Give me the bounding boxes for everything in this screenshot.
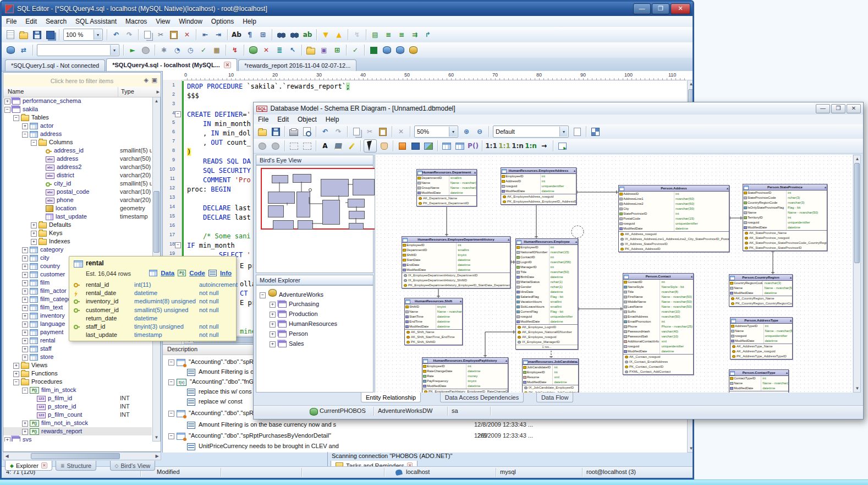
description-row[interactable]: −f(x)"Accounting"."dbo"."fnG [168, 377, 254, 386]
fold-toggle-icon[interactable]: − [175, 111, 181, 117]
tb2-connection-select-dropdown-icon[interactable]: ▾ [110, 45, 118, 55]
er-table-header[interactable]: HumanResources.Shift▴ [405, 298, 462, 304]
er-tb2-rel-one-to-many-opt-button[interactable]: 1:n [525, 140, 537, 152]
model-tree-item-Sales[interactable]: +Sales [260, 339, 373, 348]
code-line[interactable]: COMMENT 'Pro [187, 176, 251, 185]
tree-item-Procedures[interactable]: −Procedures [3, 378, 152, 386]
er-close-button[interactable]: ✕ [847, 104, 861, 113]
er-tb1-paste-button[interactable] [377, 126, 389, 138]
collapse-icon[interactable]: ▴ [790, 318, 792, 323]
document-tab[interactable]: *SQLQuery1.sql - Not connected [5, 59, 105, 71]
tb1-new-file-button[interactable] [4, 29, 17, 41]
tb1-indent-sql-button[interactable]: ⇉ [409, 29, 421, 41]
tb1-find-in-files-button[interactable] [288, 29, 300, 41]
tb1-show-paragraph-button[interactable]: ¶ [244, 29, 256, 41]
er-tb2-line-color-button[interactable] [345, 140, 358, 152]
er-tb1-copy-button[interactable] [350, 126, 362, 138]
model-tree-item-HumanResources[interactable]: +HumanResources [260, 319, 373, 329]
fold-toggle-icon[interactable]: − [175, 242, 181, 248]
tab-close-icon[interactable]: ✕ [224, 62, 232, 68]
tb2-execute-button[interactable]: ► [127, 44, 139, 56]
er-table-header[interactable]: HumanResources.EmployeeDepartmentHistory… [402, 237, 510, 243]
code-line[interactable]: proc: BEGIN [187, 185, 230, 194]
code-line[interactable]: , IN min_dol [187, 129, 251, 138]
er-tb1-style-select-dropdown-icon[interactable]: ▾ [559, 127, 568, 137]
tb1-filter-id-button[interactable]: ▼ [320, 29, 332, 41]
tree-item-district[interactable]: abcdistrictvarchar(20) [3, 171, 152, 179]
tree-item-performance_schema[interactable]: +performance_schema [3, 97, 152, 105]
tree-expander-icon[interactable]: − [260, 292, 266, 298]
tree-item-film_in_stock[interactable]: −P()film_in_stock [3, 386, 152, 394]
model-tree-item-Purchasing[interactable]: +Purchasing [260, 299, 373, 309]
er-table-HumanResources-Employee[interactable]: HumanResources.Employee▴EmployeeIDintNat… [515, 238, 578, 350]
collapse-icon[interactable]: ▴ [576, 359, 578, 364]
er-table-header[interactable]: Person.AddressType▴ [730, 318, 792, 324]
er-tb2-send-to-back-button[interactable] [301, 140, 313, 152]
tb1-open-file-button[interactable] [18, 29, 30, 41]
row-expander-icon[interactable]: − [168, 359, 174, 366]
tree-expander-icon[interactable]: + [22, 272, 28, 278]
er-table-Person-CountryRegion[interactable]: Person.CountryRegion▴CountryRegionCodenv… [729, 274, 793, 307]
tb2-pl3-window-button[interactable]: ▣ [318, 44, 330, 56]
er-tab-data-flow[interactable]: Data Flow [536, 393, 574, 402]
tb1-copy-button[interactable] [141, 29, 153, 41]
tooltip-link-code[interactable]: Code [189, 270, 205, 276]
tree-expander-icon[interactable]: + [31, 222, 37, 228]
er-titlebar[interactable]: SQL Database Model - Schema ER Diagram -… [254, 102, 863, 115]
code-line[interactable]: IN min_month [187, 119, 251, 129]
code-line[interactable]: DECLARE last [187, 213, 251, 222]
tree-expander-icon[interactable]: + [13, 363, 19, 369]
collapse-icon[interactable]: ▴ [474, 170, 476, 175]
code-line[interactable]: DECLARE last [187, 204, 251, 213]
er-table-header[interactable]: HumanResources.Department▴ [417, 170, 476, 176]
tree-item-staff[interactable]: +staff [3, 345, 152, 353]
menu-macros[interactable]: Macros [121, 17, 151, 26]
tree-item-city_id[interactable]: city_idsmallint(5) u [3, 179, 152, 188]
collapse-icon[interactable]: ▴ [574, 168, 575, 173]
tb2-schedule-button[interactable]: ▦ [211, 44, 223, 56]
menu-options[interactable]: Options [207, 17, 238, 26]
model-explorer-header[interactable]: Model Explorer [256, 275, 373, 285]
er-minimize-button[interactable]: — [816, 104, 830, 113]
code-line[interactable]: READS SQL DA [187, 157, 251, 166]
er-table-Person-Contact[interactable]: Person.Contact▴ContactIDintNameStyleName… [623, 273, 694, 375]
tree-item-category[interactable]: +category [3, 246, 152, 254]
collapse-icon[interactable]: ▴ [575, 239, 577, 244]
er-table-header[interactable]: Person.Contact▴ [623, 274, 693, 280]
er-tb1-zoom-out-button[interactable]: ⊖ [474, 126, 486, 138]
er-tb2-add-text-button[interactable] [409, 140, 421, 152]
er-diagram-canvas[interactable]: HumanResources.Department▴DepartmentIDsm… [375, 155, 853, 393]
tree-item-sakila[interactable]: −sakila [3, 105, 152, 113]
er-tb1-delete-button[interactable]: ✕ [395, 126, 407, 138]
tree-item-Keys[interactable]: +Keys [3, 229, 152, 237]
er-tb2-rel-one-to-one-button[interactable]: 1:1 [485, 140, 497, 152]
tb1-zoom-select[interactable]: 100 %▾ [63, 29, 103, 41]
er-menu-edit[interactable]: Edit [273, 115, 293, 124]
tb1-indent-button[interactable]: ⇥ [212, 29, 224, 41]
tree-expander-icon[interactable]: − [22, 132, 28, 138]
tree-item-p_film_count[interactable]: 123p_film_countINT [3, 411, 152, 419]
menu-window[interactable]: Window [174, 17, 207, 26]
filter-options-icon[interactable]: ◈ [144, 77, 149, 84]
main-titlebar[interactable]: SQL Editor - [*SQLQuery4.sql - localhost… [2, 2, 693, 16]
code-line[interactable]: /* Some sani [187, 232, 251, 241]
column-name-header[interactable]: Name [8, 88, 24, 95]
tree-expander-icon[interactable]: + [22, 305, 28, 311]
er-tb1-zoom-level[interactable]: 50%▾ [414, 126, 458, 138]
menu-file[interactable]: File [2, 17, 21, 26]
er-table-header[interactable]: HumanResources.Employee▴ [516, 239, 578, 245]
tree-item-Tables[interactable]: −Tables [3, 113, 152, 122]
er-tb1-undo-button[interactable]: ↶ [319, 126, 331, 138]
menu-help[interactable]: Help [238, 17, 261, 26]
filter-input[interactable]: Click here to filter items ◈ ▣ [3, 75, 161, 88]
tb1-save-button[interactable] [31, 29, 43, 41]
tree-expander-icon[interactable]: + [22, 346, 28, 352]
tree-item-Indexes[interactable]: +Indexes [3, 237, 152, 246]
tb2-export-excel-button[interactable] [367, 44, 380, 56]
tb1-sort-id-button[interactable]: ▲ [333, 29, 345, 41]
er-table-header[interactable]: HumanResources.EmployeePayHistory▴ [422, 358, 508, 364]
er-tb1-print-button[interactable] [288, 126, 300, 138]
tree-expander-icon[interactable]: − [4, 107, 10, 113]
er-tb1-auto-layout-button[interactable] [589, 126, 601, 138]
tree-expander-icon[interactable]: + [22, 264, 28, 270]
